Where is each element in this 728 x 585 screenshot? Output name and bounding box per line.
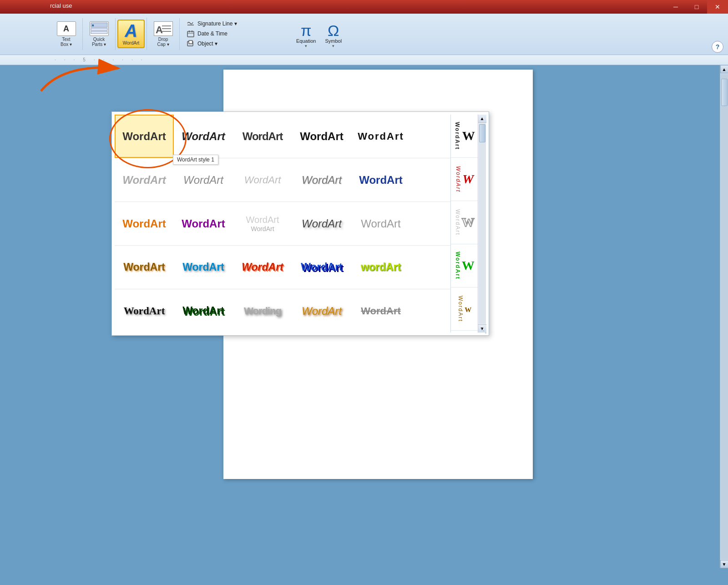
panel-right-item-2[interactable]: WordArt W	[451, 158, 478, 201]
equation-button[interactable]: π Equation ▾	[296, 23, 316, 48]
date-time-label: Date & Time	[197, 30, 228, 37]
wordart-style-16-text: WordArt	[123, 261, 165, 273]
scroll-thumb[interactable]	[721, 79, 728, 106]
panel-right-item-1[interactable]: WordArt W	[451, 115, 478, 158]
quickparts-label: QuickParts ▾	[92, 37, 106, 47]
ribbon-group-insert-items: Signature Line ▾ Date & Time	[180, 17, 289, 50]
wordart-style-22-text: WordArt	[182, 305, 224, 317]
wordart-style-6-text: WordArt	[122, 174, 166, 187]
wordart-style-17[interactable]: WordArt	[174, 246, 233, 289]
vertical-wordart-4: WordArt	[454, 252, 460, 280]
wordart-style-5[interactable]: WordArt	[351, 115, 410, 158]
wordart-row-2: WordArt WordArt WordArt WordArt WordArt	[115, 158, 450, 202]
wordart-style-19[interactable]: WordArt	[292, 246, 351, 289]
wordart-style-12[interactable]: WordArt	[174, 202, 233, 245]
wordart-style-25[interactable]: WordArt	[351, 289, 410, 333]
wordart-style-16[interactable]: WordArt	[115, 246, 174, 289]
wordart-style-10[interactable]: WordArt	[351, 158, 410, 202]
ribbon: A TextBox ▾ ■ QuickParts ▾	[0, 14, 728, 55]
signature-line-button[interactable]: Signature Line ▾	[185, 19, 283, 28]
equation-label: Equation	[296, 38, 316, 44]
ribbon-group-eq-sym: π Equation ▾ Ω Symbol ▾	[289, 21, 349, 50]
wordart-style-24[interactable]: WordArt	[292, 289, 351, 333]
w-icon-4: W	[462, 258, 475, 273]
wordart-style-23[interactable]: Wording	[233, 289, 292, 333]
wordart-style-13[interactable]: WordArt WordArt	[233, 202, 292, 245]
wordart-style-8[interactable]: WordArt	[233, 158, 292, 202]
scroll-up-button[interactable]: ▲	[720, 65, 728, 73]
w-icon-1: W	[462, 129, 475, 143]
textbox-button[interactable]: A TextBox ▾	[54, 20, 79, 48]
vertical-wordart-1: WordArt	[454, 122, 460, 150]
wordart-style-1[interactable]: WordArt	[115, 115, 174, 158]
minimize-button[interactable]: ─	[665, 0, 686, 14]
wordart-style-22[interactable]: WordArt	[174, 289, 233, 333]
date-time-button[interactable]: Date & Time	[185, 29, 283, 38]
wordart-style-13-text: WordArt	[246, 215, 279, 225]
wordart-style-8-text: WordArt	[244, 174, 281, 186]
symbol-icon: Ω	[328, 23, 339, 38]
scroll-track	[721, 74, 728, 559]
wordart-style-4-text: WordArt	[300, 130, 344, 143]
wordart-style-11[interactable]: WordArt	[115, 202, 174, 245]
wordart-style-15-text: WordArt	[361, 217, 401, 230]
wordart-style-20[interactable]: wordArt	[351, 246, 410, 289]
wordart-row-3: WordArt WordArt WordArt WordArt WordArt …	[115, 202, 450, 246]
svg-text:■: ■	[92, 23, 94, 27]
w-icon-2: W	[462, 172, 474, 187]
wordart-style-2[interactable]: WordArt	[174, 115, 233, 158]
wordart-style-18-text: WordArt	[242, 261, 283, 273]
ruler-marks: · · · 5 · · · · · ·	[55, 57, 142, 62]
wordart-style-14[interactable]: WordArt	[292, 202, 351, 245]
vertical-wordart-2: WordArt	[455, 166, 461, 192]
wordart-style-20-text: wordArt	[361, 261, 401, 273]
close-button[interactable]: ✕	[707, 0, 728, 14]
panel-right-item-5[interactable]: WordArt w	[451, 287, 478, 331]
wordart-style-2-text: WordArt	[182, 130, 225, 143]
help-button[interactable]: ?	[712, 41, 723, 53]
panel-scroll-thumb[interactable]	[479, 124, 485, 142]
scroll-down-button[interactable]: ▼	[720, 560, 728, 568]
ruler: · · · 5 · · · · · ·	[0, 55, 728, 65]
panel-scrollbar: ▲ ▼	[478, 115, 486, 333]
wordart-style-1-text: WordArt	[122, 130, 166, 143]
textbox-label: TextBox ▾	[61, 37, 72, 47]
ribbon-group-text: A TextBox ▾	[50, 18, 83, 50]
vertical-wordart-3: WordArt	[454, 209, 460, 236]
quickparts-icon: ■	[90, 21, 109, 36]
wordart-button[interactable]: A WordArt	[117, 20, 145, 48]
vertical-scrollbar[interactable]: ▲ ▼	[720, 65, 728, 568]
wordart-style-6[interactable]: WordArt	[115, 158, 174, 202]
dropcap-label: DropCap ▾	[157, 37, 169, 47]
panel-right-item-4[interactable]: WordArt W	[451, 244, 478, 287]
window-title: rcial use	[50, 2, 72, 9]
wordart-style-7[interactable]: WordArt	[174, 158, 233, 202]
wordart-tooltip: WordArt style 1	[173, 155, 218, 165]
wordart-dropdown-panel: WordArt WordArt WordArt WordArt WordArt	[111, 111, 489, 336]
wordart-style-18[interactable]: WordArt	[233, 246, 292, 289]
wordart-style-24-text: WordArt	[302, 305, 342, 318]
maximize-button[interactable]: □	[686, 0, 707, 14]
symbol-button[interactable]: Ω Symbol ▾	[325, 23, 342, 48]
wordart-style-12-text: WordArt	[182, 217, 225, 230]
object-button[interactable]: Object ▾	[185, 39, 283, 48]
panel-resize-handle[interactable]: ⋱	[480, 327, 487, 334]
wordart-style-7-text: WordArt	[183, 174, 223, 187]
dropcap-button[interactable]: A DropCap ▾	[151, 20, 176, 48]
panel-cells-area: WordArt WordArt WordArt WordArt WordArt	[115, 115, 450, 333]
wordart-style-15[interactable]: WordArt	[351, 202, 410, 245]
wordart-style-10-text: WordArt	[359, 174, 403, 187]
object-icon	[187, 40, 195, 48]
wordart-style-21-text: WordArt	[124, 305, 165, 317]
panel-right-item-3[interactable]: WordArt W	[451, 201, 478, 244]
panel-scroll-up-button[interactable]: ▲	[478, 115, 486, 123]
quickparts-button[interactable]: ■ QuickParts ▾	[86, 20, 111, 48]
wordart-icon: A	[125, 22, 137, 40]
signature-line-icon	[187, 20, 195, 28]
signature-line-label: Signature Line ▾	[197, 20, 237, 27]
wordart-style-9[interactable]: WordArt	[292, 158, 351, 202]
wordart-style-4[interactable]: WordArt	[292, 115, 351, 158]
wordart-style-21[interactable]: WordArt	[115, 289, 174, 333]
ribbon-group-dropcap: A DropCap ▾	[147, 18, 180, 50]
wordart-style-3[interactable]: WordArt	[233, 115, 292, 158]
